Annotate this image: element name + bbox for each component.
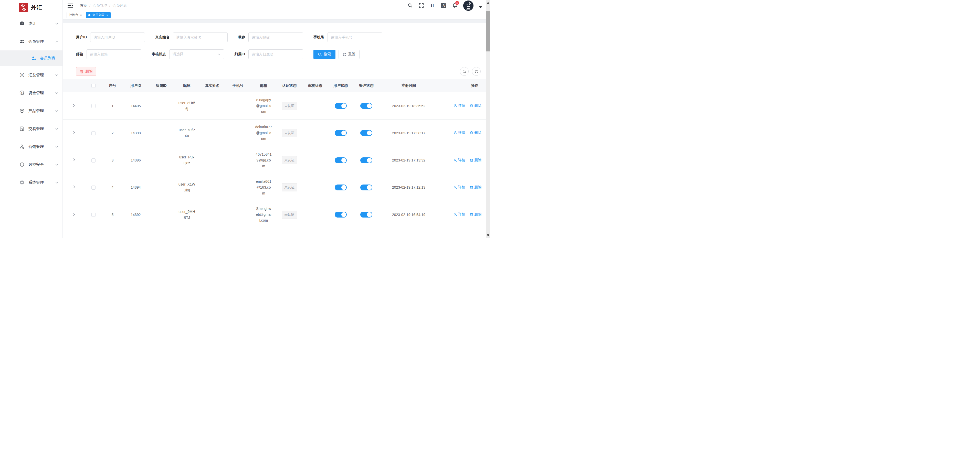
email-label: 邮箱: [76, 52, 83, 57]
table-refresh-button[interactable]: [472, 67, 480, 76]
tab-label: 控制台: [69, 13, 78, 17]
cell-account-status: [353, 119, 379, 147]
owner-id-input[interactable]: [248, 49, 303, 59]
sidebar-item-products[interactable]: 产品管理: [0, 102, 62, 120]
sidebar-item-funds[interactable]: ¥ 资金管理: [0, 84, 62, 102]
user-status-toggle[interactable]: [335, 212, 347, 217]
sidebar-item-label: 营销管理: [29, 144, 55, 149]
tab-console[interactable]: 控制台 ×: [67, 12, 84, 18]
trash-icon: [470, 159, 473, 162]
chevron-down-icon: [55, 109, 58, 113]
detail-link[interactable]: 详情: [453, 103, 465, 108]
detail-link[interactable]: 详情: [453, 130, 465, 135]
notifications-bell-icon[interactable]: 5: [452, 3, 458, 8]
auth-status-badge: 未认证: [282, 211, 297, 219]
user-status-toggle[interactable]: [335, 130, 347, 136]
email-input[interactable]: [87, 49, 142, 59]
row-expand-icon[interactable]: [72, 185, 76, 189]
sidebar-item-member-list[interactable]: 会员列表: [0, 51, 62, 66]
detail-link[interactable]: 详情: [453, 158, 465, 162]
sidebar-item-statistics[interactable]: 统计: [0, 14, 62, 32]
column-owner-id: 归属ID: [148, 79, 174, 92]
search-icon: [318, 52, 322, 56]
user-status-toggle[interactable]: [335, 103, 347, 109]
nickname-label: 昵称: [238, 35, 245, 40]
product-icon: [19, 108, 25, 113]
search-icon[interactable]: [407, 3, 413, 8]
user-status-toggle[interactable]: [335, 157, 347, 163]
column-actions: 操作: [438, 79, 486, 92]
nickname-input[interactable]: [248, 32, 303, 42]
tab-close-icon[interactable]: ×: [80, 14, 82, 17]
tab-close-icon[interactable]: ×: [106, 14, 108, 17]
breadcrumb: 首页 / 会员管理 / 会员列表: [80, 3, 127, 8]
font-size-icon[interactable]: tT: [430, 3, 435, 8]
phone-input[interactable]: [328, 32, 382, 42]
avatar-dropdown-caret-icon[interactable]: [479, 6, 482, 8]
row-checkbox[interactable]: [91, 159, 95, 162]
row-checkbox[interactable]: [91, 104, 95, 108]
scrollbar-thumb[interactable]: [486, 11, 490, 51]
select-all-column-header: [85, 79, 102, 92]
delete-link[interactable]: 删除: [470, 158, 481, 162]
collapse-sidebar-icon[interactable]: [68, 3, 73, 8]
account-status-toggle[interactable]: [360, 157, 372, 163]
row-expand-icon[interactable]: [72, 104, 76, 108]
sidebar-item-members[interactable]: 会员管理: [0, 32, 62, 51]
cell-account-status: [353, 174, 379, 201]
detail-link[interactable]: 详情: [453, 212, 465, 217]
translate-icon[interactable]: A 文: [441, 3, 446, 8]
delete-link[interactable]: 删除: [470, 130, 481, 135]
search-button[interactable]: 搜索: [313, 50, 336, 59]
user-id-label: 用户ID: [76, 35, 87, 40]
select-all-checkbox[interactable]: [91, 84, 95, 88]
delete-link[interactable]: 删除: [470, 212, 481, 217]
breadcrumb-member-list: 会员列表: [113, 3, 127, 8]
breadcrumb-home[interactable]: 首页: [80, 3, 87, 8]
cell-email: e.nagapy@gmail.com: [251, 92, 277, 119]
row-checkbox[interactable]: [91, 186, 95, 190]
avatar[interactable]: [463, 0, 474, 11]
cell-owner-id: [148, 174, 174, 201]
row-checkbox[interactable]: [91, 213, 95, 217]
sidebar-item-exchange[interactable]: ¥ 汇兑管理: [0, 66, 62, 84]
member-list-icon: [31, 56, 37, 61]
sidebar-item-marketing[interactable]: R 营销管理: [0, 138, 62, 155]
account-status-toggle[interactable]: [360, 103, 372, 109]
tab-member-list[interactable]: 会员列表 ×: [86, 12, 110, 18]
reset-button[interactable]: 重置: [339, 50, 360, 59]
fullscreen-icon[interactable]: [418, 3, 424, 8]
svg-text:¥: ¥: [21, 91, 22, 94]
cell-email: Shenghweb@gmail.com: [251, 201, 277, 228]
delete-link[interactable]: 删除: [470, 185, 481, 190]
sidebar-item-risk[interactable]: 风控安全: [0, 155, 62, 173]
breadcrumb-member-management[interactable]: 会员管理: [93, 3, 107, 8]
sidebar-item-trades[interactable]: 交易管理: [0, 120, 62, 138]
window-scrollbar[interactable]: [486, 0, 490, 238]
account-status-toggle[interactable]: [360, 130, 372, 136]
delete-link[interactable]: 删除: [470, 103, 481, 108]
table-row: 1 14405 user_eUr56j e.nagapy@gmail.com 未…: [63, 92, 486, 119]
scrollbar-down-arrow-icon[interactable]: [487, 235, 489, 236]
user-status-toggle[interactable]: [335, 184, 347, 190]
logo[interactable]: 外汇: [0, 0, 62, 14]
batch-delete-button[interactable]: 删除: [76, 67, 96, 76]
sidebar-item-system[interactable]: 系统管理: [0, 173, 62, 191]
column-email: 邮箱: [251, 79, 277, 92]
account-status-toggle[interactable]: [360, 184, 372, 190]
cell-real-name: [199, 147, 225, 174]
user-id-input[interactable]: [90, 32, 145, 42]
account-status-toggle[interactable]: [360, 212, 372, 217]
row-checkbox[interactable]: [91, 131, 95, 135]
audit-status-select[interactable]: 请选择: [169, 49, 224, 59]
row-expand-icon[interactable]: [72, 213, 76, 217]
row-expand-icon[interactable]: [72, 158, 76, 162]
scrollbar-up-arrow-icon[interactable]: [487, 2, 489, 4]
table-row: 4 14394 user_X1WUkg emilia661@163.com 未认…: [63, 174, 486, 201]
column-index: 序号: [102, 79, 123, 92]
detail-link[interactable]: 详情: [453, 185, 465, 190]
members-table: 序号 用户ID 归属ID 昵称 真实姓名 手机号 邮箱 认证状态 审核状态 用户…: [63, 79, 486, 228]
real-name-input[interactable]: [173, 32, 228, 42]
table-search-toggle-button[interactable]: [460, 67, 469, 76]
row-expand-icon[interactable]: [72, 131, 76, 135]
